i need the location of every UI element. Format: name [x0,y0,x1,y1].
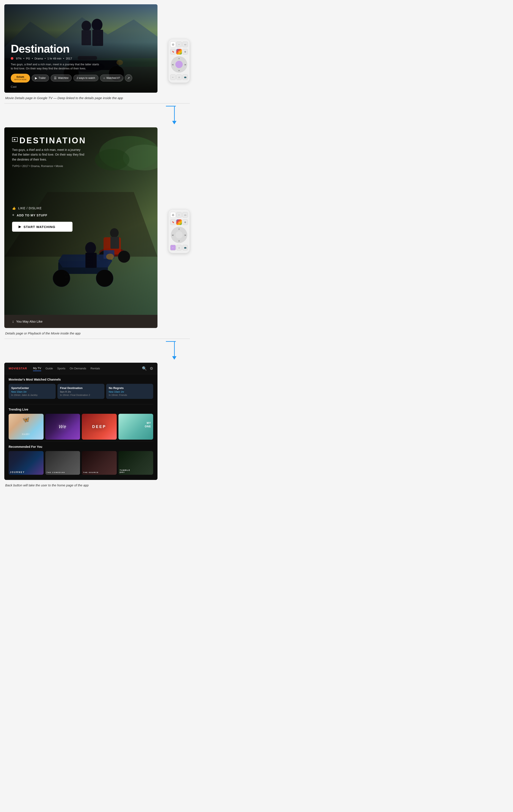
dpad-2[interactable]: ▲ ▼ ◀ ▶ [171,227,187,243]
trending-item-3[interactable]: DEEP [82,414,117,440]
settings-button-remote-2[interactable]: ⚙ [182,220,188,225]
channels-grid: SportsCenter New 10am 1hr In 19min: Jale… [9,384,153,399]
screen-button-2[interactable]: ▭ [182,212,188,218]
watched-it-label: Watched it? [106,77,120,80]
dpad-left[interactable]: ◀ [172,63,173,66]
cast-label: Cast [11,85,17,88]
channel-card-3[interactable]: No Regrets New 10am 1hr In 19min: Friend… [106,384,153,399]
minus-button-2[interactable]: − [176,212,182,218]
nav-rentals[interactable]: Rentals [90,366,100,371]
back-button-remote[interactable]: ← [170,74,176,80]
tv-button-remote[interactable]: 📺 [182,74,188,80]
my-one-label: MYONE [145,422,151,428]
settings-button-remote[interactable]: ⚙ [182,49,188,55]
deep-label: DEEP [92,425,106,429]
dpad[interactable]: ▲ ▼ ◀ ▶ [171,56,187,72]
arrow-head-1 [172,121,177,124]
rec-item-2[interactable]: THE COMEDIAN [45,451,80,475]
add-label: ADD TO MY STUFF [17,213,48,217]
tivium-watch-button[interactable]: tivium WATCH NOW [11,74,30,83]
start-watching-button[interactable]: ▶ START WATCHING [12,222,73,232]
power-button-2[interactable]: ⏻ [170,212,176,218]
channel-card-1[interactable]: SportsCenter New 10am 1hr In 19min: Jale… [9,384,56,399]
bookmark-button-remote[interactable]: 🔖 [170,49,176,55]
meta-separator3: • [45,57,46,60]
section-divider-2 [4,339,190,339]
circle-icon: ○ [103,76,105,80]
comedian-label: THE COMEDIAN [47,471,65,473]
remote2-top-row: ⏻ − ▭ [170,212,188,218]
nav-guide[interactable]: Guide [46,366,53,371]
gtv-hero-image: Destination 97% • PG • Drama • 1 hr 49 m… [4,4,158,93]
screen-button[interactable]: ▭ [182,41,188,47]
trending-item-2[interactable]: We [45,414,80,440]
nav-sports[interactable]: Sports [57,366,65,371]
most-watched-section: Moviestar's Most Watched Channels Sports… [4,374,158,404]
start-watching-label: START WATCHING [24,225,55,229]
watched-it-button[interactable]: ○ Watched it? [100,75,123,82]
back-button-remote-2[interactable]: ← [170,245,176,251]
trending-item-4[interactable]: MYONE [118,414,153,440]
minus-button[interactable]: − [176,41,182,47]
tv-button-remote-2[interactable]: 📺 [182,245,188,251]
dpad-up-2[interactable]: ▲ [178,228,180,230]
moviestar-logo: MOVIESTAR [9,367,27,370]
trending-title: Trending Live [9,408,153,411]
home-button-remote[interactable]: ⌂ [176,74,182,80]
dpad-down-2[interactable]: ▼ [178,240,180,242]
watch-now-label: WATCH NOW [14,79,27,81]
trending-item-1[interactable]: 🦋 FAIRY [9,414,44,440]
dpad-right[interactable]: ▶ [185,63,186,66]
ways-to-watch-label: 2 ways to watch [77,77,95,80]
ways-to-watch-button[interactable]: 2 ways to watch [73,75,98,81]
remote-nav-row: ← ⌂ 📺 [170,74,188,80]
channel-name-1: SportsCenter [11,386,53,389]
add-to-stuff-button[interactable]: + ADD TO MY STUFF [12,213,48,218]
channel-info-1: In 19min: Jalen & Jackby [11,394,53,396]
nav-on-demands[interactable]: On Demands [70,366,86,371]
you-may-also-like-bar[interactable]: ↓ You May Also Like [4,315,158,328]
dpad-center-button-2[interactable] [176,231,183,238]
dpad-down[interactable]: ▼ [178,69,180,72]
rec-item-4[interactable]: TUMBLEDRY [118,451,153,475]
channel-name-2: Final Destination [60,386,102,389]
meta-separator4: • [63,57,64,60]
nav-icons: 🔍 ⚙ [142,366,153,371]
arrow-area-1 [4,106,190,127]
power-button[interactable]: ⏻ [170,41,176,47]
share-button[interactable]: ↗ [125,74,132,82]
arrow-area-2 [4,341,190,363]
trailer-button[interactable]: ▶ Trailer [32,75,49,82]
nav-my-tv[interactable]: My TV [33,366,41,371]
remote-control-1: ⏻ − ▭ 🔖 G ⚙ ▲ ▼ ◀ ▶ [168,39,190,83]
google-assistant-button-2[interactable]: G [176,220,182,225]
dpad-right-2[interactable]: ▶ [185,234,186,236]
rec-item-3[interactable]: THE SOURCE [82,451,117,475]
meta-separator1: • [23,57,24,60]
destination-title: DESTINATION [20,136,86,145]
dpad-outer: ▲ ▼ ◀ ▶ [171,56,187,72]
search-icon[interactable]: 🔍 [142,366,147,371]
remote-second-row: 🔖 G ⚙ [170,49,188,55]
thumbs-icon: 👍 [12,206,16,210]
remote2-second-row: 🔖 G ⚙ [170,220,188,225]
arrow-head-2 [172,356,177,360]
rec-item-1[interactable]: JOURNEY [9,451,44,475]
dpad-center-button[interactable] [176,61,183,68]
settings-icon-tv[interactable]: ⚙ [150,366,153,371]
blue-arrow-1 [172,106,177,124]
like-dislike-button[interactable]: 👍 LIKE / DISLIKE [12,206,42,210]
bookmark-button-remote-2[interactable]: 🔖 [170,220,176,225]
watchlist-button[interactable]: ☰ Watchlist [51,75,72,82]
genre-label: Drama [34,57,43,60]
dpad-left-2[interactable]: ◀ [172,234,173,236]
google-assistant-button[interactable]: G [176,49,182,55]
fairy-label: FAIRY [22,433,30,435]
pg-rating: PG [26,57,30,60]
home-button-remote-2[interactable]: ⌂ [176,245,182,251]
dpad-up[interactable]: ▲ [178,57,180,59]
channel-card-2[interactable]: Final Destination 9am R 2hr In 19min: Fi… [57,384,104,399]
trending-grid: 🦋 FAIRY We DEEP MYONE [9,414,153,440]
share-icon: ↗ [127,76,130,80]
rating-dot [11,57,14,60]
